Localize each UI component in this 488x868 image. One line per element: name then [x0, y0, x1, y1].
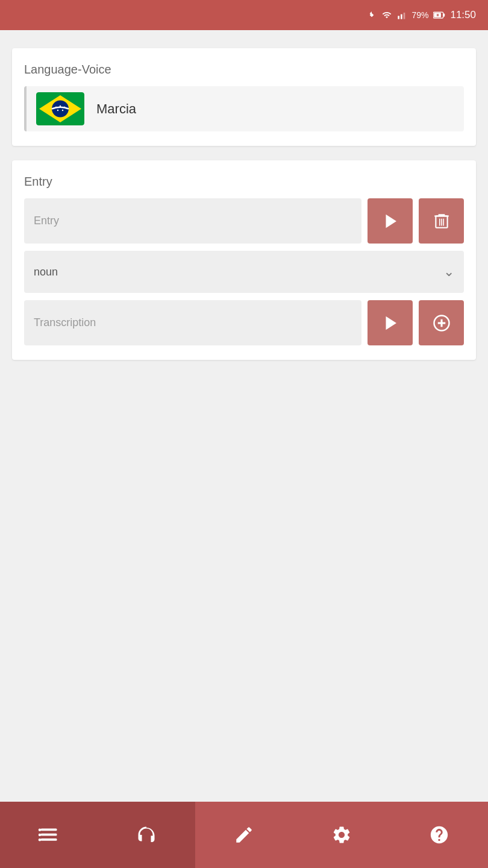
- headphones-icon: [136, 824, 157, 846]
- svg-point-9: [55, 107, 57, 108]
- wifi-icon: [381, 10, 392, 20]
- part-of-speech-row: noun ⌄: [24, 251, 464, 293]
- svg-point-13: [62, 110, 63, 111]
- language-voice-title: Language-Voice: [24, 63, 464, 77]
- transcription-row: [24, 300, 464, 345]
- nav-headphones-button[interactable]: [98, 802, 195, 868]
- trash-icon: [433, 212, 450, 230]
- voice-name: Marcia: [96, 101, 136, 117]
- add-transcription-button[interactable]: [419, 300, 464, 345]
- bluetooth-icon: [367, 9, 377, 21]
- chevron-down-icon: ⌄: [443, 264, 454, 280]
- brazil-flag-icon: [36, 92, 84, 125]
- part-of-speech-dropdown[interactable]: noun ⌄: [24, 251, 464, 293]
- svg-point-29: [39, 838, 42, 841]
- play-icon: [381, 212, 399, 230]
- entry-section: Entry noun: [12, 160, 476, 360]
- svg-marker-14: [386, 214, 396, 228]
- svg-point-10: [60, 105, 61, 107]
- delete-entry-button[interactable]: [419, 198, 464, 244]
- settings-icon: [331, 825, 352, 845]
- play-transcription-icon: [381, 314, 399, 332]
- entry-input[interactable]: [24, 198, 361, 244]
- svg-marker-20: [386, 316, 396, 330]
- svg-rect-25: [41, 834, 57, 836]
- transcription-input[interactable]: [24, 300, 361, 345]
- svg-point-28: [39, 834, 42, 837]
- svg-point-8: [52, 101, 69, 118]
- main-content: Language-Voice: [0, 30, 488, 802]
- status-icons: 79% 11:50: [367, 9, 476, 21]
- entry-section-title: Entry: [24, 175, 464, 189]
- play-transcription-button[interactable]: [368, 300, 413, 345]
- svg-rect-0: [398, 16, 400, 19]
- battery-icon: [433, 11, 445, 19]
- list-icon: [38, 824, 60, 846]
- status-bar: 79% 11:50: [0, 0, 488, 30]
- nav-settings-button[interactable]: [293, 802, 390, 868]
- help-icon: [429, 825, 449, 845]
- nav-edit-button[interactable]: [195, 802, 293, 868]
- nav-help-button[interactable]: [390, 802, 488, 868]
- edit-icon: [234, 825, 254, 845]
- svg-point-27: [39, 829, 42, 832]
- part-of-speech-value: noun: [34, 266, 58, 278]
- svg-rect-5: [443, 14, 445, 17]
- entry-input-row: [24, 198, 464, 244]
- svg-rect-2: [404, 13, 405, 19]
- signal-icon: [397, 10, 407, 20]
- nav-list-button[interactable]: [0, 802, 98, 868]
- svg-point-11: [64, 107, 65, 108]
- add-icon: [433, 314, 451, 332]
- svg-rect-1: [401, 14, 402, 19]
- language-voice-card: Language-Voice: [12, 48, 476, 146]
- language-row[interactable]: Marcia: [24, 86, 464, 131]
- svg-rect-26: [41, 838, 57, 841]
- bottom-navigation: [0, 802, 488, 868]
- flag-container: [36, 92, 84, 125]
- svg-rect-24: [41, 829, 57, 831]
- status-time: 11:50: [450, 9, 476, 21]
- play-entry-button[interactable]: [368, 198, 413, 244]
- battery-indicator: 79%: [411, 10, 428, 20]
- svg-point-12: [57, 110, 58, 111]
